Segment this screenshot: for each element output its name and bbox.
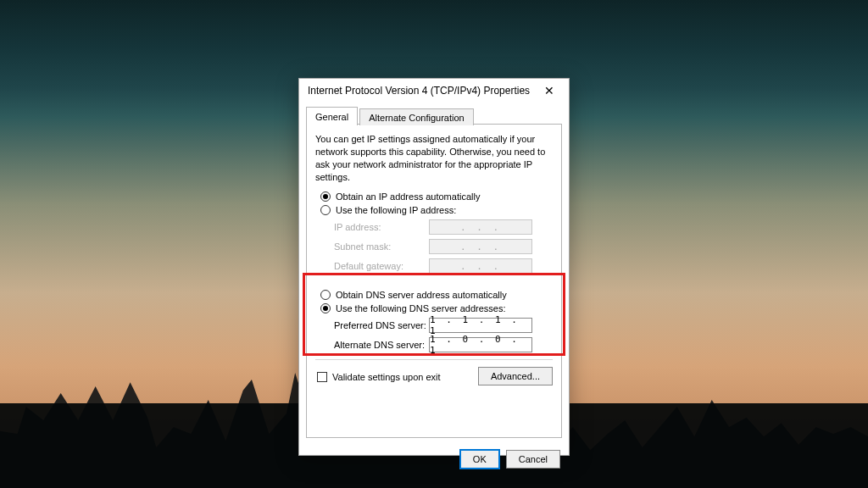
row-alternate-dns: Alternate DNS server: 1 . 0 . 0 . 1	[334, 337, 553, 352]
label-subnet-mask: Subnet mask:	[334, 241, 429, 252]
input-alternate-dns[interactable]: 1 . 0 . 0 . 1	[429, 337, 532, 352]
label-alternate-dns: Alternate DNS server:	[334, 340, 429, 350]
label-ip-address: IP address:	[334, 222, 429, 232]
radio-use-following-dns[interactable]: Use the following DNS server addresses:	[320, 303, 553, 313]
row-subnet-mask: Subnet mask: . . .	[334, 239, 553, 254]
advanced-button[interactable]: Advanced...	[478, 367, 553, 385]
ok-button[interactable]: OK	[460, 450, 499, 469]
radio-icon	[320, 191, 331, 202]
checkbox-label: Validate settings upon exit	[332, 372, 441, 382]
row-preferred-dns: Preferred DNS server: 1 . 1 . 1 . 1	[334, 318, 553, 333]
close-icon[interactable]: ✕	[535, 81, 564, 100]
tabstrip: General Alternate Configuration	[306, 106, 562, 125]
titlebar[interactable]: Internet Protocol Version 4 (TCP/IPv4) P…	[299, 79, 569, 103]
description-text: You can get IP settings assigned automat…	[315, 133, 553, 183]
tab-general[interactable]: General	[306, 107, 358, 125]
label-preferred-dns: Preferred DNS server:	[334, 320, 429, 330]
dialog-title: Internet Protocol Version 4 (TCP/IPv4) P…	[308, 85, 530, 97]
row-ip-address: IP address: . . .	[334, 219, 553, 235]
radio-icon	[320, 303, 331, 313]
radio-use-following-ip[interactable]: Use the following IP address:	[320, 205, 553, 215]
radio-label: Use the following DNS server addresses:	[336, 303, 506, 313]
tab-alternate-configuration[interactable]: Alternate Configuration	[359, 108, 474, 125]
input-subnet-mask: . . .	[429, 239, 532, 254]
separator	[315, 359, 553, 360]
radio-icon	[320, 290, 331, 300]
ipv4-properties-dialog: Internet Protocol Version 4 (TCP/IPv4) P…	[298, 78, 570, 456]
radio-label: Obtain an IP address automatically	[336, 191, 480, 202]
dialog-footer: OK Cancel	[299, 445, 569, 477]
label-default-gateway: Default gateway:	[334, 261, 429, 271]
radio-obtain-dns-auto[interactable]: Obtain DNS server address automatically	[320, 290, 553, 300]
input-preferred-dns[interactable]: 1 . 1 . 1 . 1	[429, 318, 532, 333]
input-ip-address: . . .	[429, 219, 532, 235]
cancel-button[interactable]: Cancel	[506, 450, 560, 469]
row-default-gateway: Default gateway: . . .	[334, 258, 553, 274]
radio-label: Obtain DNS server address automatically	[336, 290, 507, 300]
input-default-gateway: . . .	[429, 258, 532, 274]
tab-body-general: You can get IP settings assigned automat…	[306, 125, 562, 438]
radio-obtain-ip-auto[interactable]: Obtain an IP address automatically	[320, 191, 553, 202]
checkbox-icon	[317, 372, 327, 382]
radio-icon	[320, 205, 331, 215]
radio-label: Use the following IP address:	[336, 205, 456, 215]
